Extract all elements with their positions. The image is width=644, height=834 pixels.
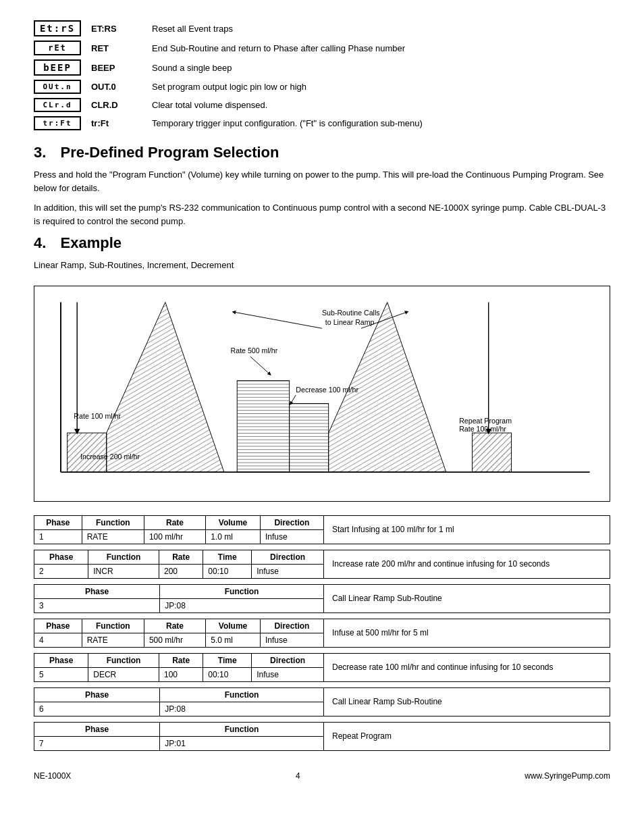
phase-section-1: PhaseFunctionRateVolumeDirection1RATE100… (34, 515, 610, 544)
phase-header-function: Function (82, 619, 144, 633)
phase-cell: Infuse (252, 667, 324, 681)
lcd-desc-etrs: Reset all Event traps (152, 24, 233, 34)
phase-desc-6: Call Linear Ramp Sub-Routine (324, 687, 610, 716)
phases-container: PhaseFunctionRateVolumeDirection1RATE100… (34, 515, 610, 751)
footer: NE-1000X 4 www.SyringePump.com (34, 771, 610, 781)
phase-section-5: PhaseFunctionRateTimeDirection5DECR10000… (34, 653, 610, 682)
phase-cell: 4 (34, 633, 82, 647)
phase-table-6: PhaseFunction6JP:08 (34, 687, 324, 716)
svg-marker-6 (107, 302, 224, 472)
phase-section-7: PhaseFunction7JP:01Repeat Program (34, 722, 610, 751)
phase-header-volume: Volume (206, 515, 261, 529)
phase-desc-7: Repeat Program (324, 722, 610, 751)
phase-cell: RATE (82, 529, 144, 544)
phase-cell: INCR (88, 564, 159, 578)
phase-header-time: Time (203, 550, 252, 564)
phase-cell: Infuse (260, 529, 323, 544)
lcd-row-clrd: CLr.d CLR.D Clear total volume dispensed… (34, 98, 610, 112)
phase-header-phase: Phase (34, 584, 160, 598)
section4-heading: 4. Example (34, 234, 610, 252)
phase-cell: JP:08 (160, 598, 324, 613)
phase-section-2: PhaseFunctionRateTimeDirection2INCR20000… (34, 550, 610, 579)
svg-text:Repeat Program: Repeat Program (459, 416, 512, 424)
lcd-row-etrs: Et:rS ET:RS Reset all Event traps (34, 20, 610, 36)
phase-table-5: PhaseFunctionRateTimeDirection5DECR10000… (34, 653, 324, 682)
lcd-display-trft: tr:Ft (34, 116, 81, 130)
lcd-desc-out: Set program output logic pin low or high (152, 82, 306, 92)
lcd-desc-beep: Sound a single beep (152, 63, 232, 73)
svg-rect-13 (237, 380, 289, 471)
phase-section-6: PhaseFunction6JP:08Call Linear Ramp Sub-… (34, 687, 610, 716)
phase-cell: 100 ml/hr (144, 529, 205, 544)
phase-desc-4: Infuse at 500 ml/hr for 5 ml (324, 619, 610, 648)
phase-header-direction: Direction (260, 515, 323, 529)
phase-cell: 2 (34, 564, 88, 578)
phase-desc-5: Decrease rate 100 ml/hr and continue inf… (324, 653, 610, 682)
phase-header-phase: Phase (34, 550, 88, 564)
phase-table-2: PhaseFunctionRateTimeDirection2INCR20000… (34, 550, 324, 579)
svg-line-12 (250, 356, 270, 373)
lcd-code-out: OUT.0 (91, 82, 138, 92)
svg-text:Rate 500 ml/hr: Rate 500 ml/hr (231, 346, 278, 355)
section3-number: 3. (34, 144, 46, 161)
phase-desc-3: Call Linear Ramp Sub-Routine (324, 584, 610, 613)
footer-right: www.SyringePump.com (525, 771, 610, 781)
phase-table-4: PhaseFunctionRateVolumeDirection4RATE500… (34, 619, 324, 648)
section3-title: Pre-Defined Program Selection (60, 144, 279, 161)
phase-header-direction: Direction (260, 619, 323, 633)
lcd-desc-clrd: Clear total volume dispensed. (152, 100, 267, 110)
section4-number: 4. (34, 234, 46, 251)
phase-cell: Infuse (252, 564, 324, 578)
lcd-display-beep: bEEP (34, 59, 81, 76)
phase-header-phase: Phase (34, 653, 88, 667)
phase-cell: JP:08 (160, 702, 324, 716)
phase-cell: 5 (34, 667, 88, 681)
lcd-row-beep: bEEP BEEP Sound a single beep (34, 59, 610, 76)
svg-line-15 (291, 394, 296, 403)
lcd-display-etrs: Et:rS (34, 20, 81, 36)
lcd-desc-ret: End Sub-Routine and return to Phase afte… (152, 43, 405, 53)
phase-cell: 500 ml/hr (144, 633, 205, 647)
phase-cell: 3 (34, 598, 160, 613)
phase-header-direction: Direction (252, 550, 324, 564)
phase-header-phase: Phase (34, 515, 82, 529)
lcd-display-ret: rEt (34, 41, 81, 55)
svg-text:Rate 100 ml/hr: Rate 100 ml/hr (459, 425, 506, 433)
chart-svg: Rate 100 ml/hr Increase 200 ml/hr Sub-Ro… (41, 293, 603, 494)
chart-container: Rate 100 ml/hr Increase 200 ml/hr Sub-Ro… (34, 286, 610, 502)
phase-header-function: Function (160, 722, 324, 736)
lcd-table: Et:rS ET:RS Reset all Event traps rEt RE… (34, 20, 610, 130)
phase-header-function: Function (88, 653, 159, 667)
phase-table-3: PhaseFunction3JP:08 (34, 584, 324, 613)
phase-section-4: PhaseFunctionRateVolumeDirection4RATE500… (34, 619, 610, 648)
phase-header-function: Function (160, 687, 324, 702)
phase-cell: 7 (34, 736, 160, 750)
section4-subtitle: Linear Ramp, Sub-Routines, Increment, De… (34, 259, 610, 272)
phase-cell: RATE (82, 633, 144, 647)
lcd-code-clrd: CLR.D (91, 100, 138, 110)
lcd-display-clrd: CLr.d (34, 98, 81, 112)
phase-cell: 00:10 (203, 564, 252, 578)
section4-title: Example (60, 234, 122, 251)
phase-header-volume: Volume (206, 619, 261, 633)
lcd-display-out: OUt.n (34, 80, 81, 94)
phase-header-function: Function (88, 550, 159, 564)
lcd-code-trft: tr:Ft (91, 118, 138, 128)
phase-table-1: PhaseFunctionRateVolumeDirection1RATE100… (34, 515, 324, 544)
phase-table-7: PhaseFunction7JP:01 (34, 722, 324, 751)
phase-desc-1: Start Infusing at 100 ml/hr for 1 ml (324, 515, 610, 544)
phase-header-phase: Phase (34, 687, 160, 702)
footer-center: 4 (296, 771, 300, 781)
lcd-code-etrs: ET:RS (91, 24, 138, 34)
section3-para2: In addition, this will set the pump's RS… (34, 201, 610, 228)
phase-header-time: Time (203, 653, 252, 667)
section3-para1: Press and hold the "Program Function" (V… (34, 168, 610, 194)
phase-header-phase: Phase (34, 619, 82, 633)
phase-cell: 5.0 ml (206, 633, 261, 647)
phase-cell: 00:10 (203, 667, 252, 681)
lcd-desc-trft: Temporary trigger input configuration. (… (152, 118, 423, 128)
phase-header-function: Function (160, 584, 324, 598)
svg-line-9 (234, 312, 322, 328)
phase-header-function: Function (82, 515, 144, 529)
phase-section-3: PhaseFunction3JP:08Call Linear Ramp Sub-… (34, 584, 610, 613)
